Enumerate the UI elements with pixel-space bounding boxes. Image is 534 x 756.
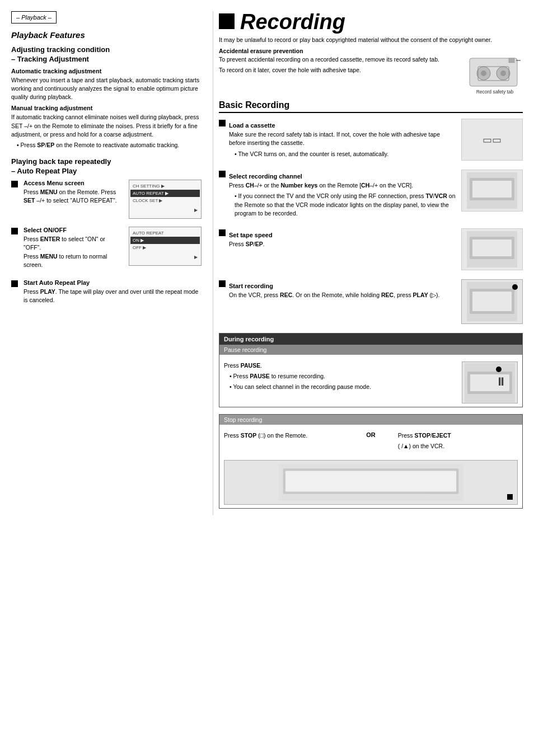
right-step4-heading: Start recording (229, 283, 457, 289)
accidental-text1: To prevent accidental recording on a rec… (219, 55, 461, 64)
right-step1-text: Make sure the record safety tab is intac… (229, 130, 457, 147)
stop-text2: Press STOP/EJECT (398, 431, 518, 440)
stop-display (224, 460, 518, 505)
pause-recording-header: Pause recording (219, 345, 522, 355)
svg-rect-16 (472, 292, 512, 311)
right-step-3: Set tape speed Press SP/EP. (219, 228, 523, 270)
manual-tracking-text: If automatic tracking cannot eliminate n… (11, 113, 202, 139)
cassette-diagram: Record safety tab (467, 55, 523, 95)
step3-text: Press PLAY. The tape will play over and … (24, 288, 202, 304)
pause-bullet1: Press PAUSE to resume recording. (229, 372, 457, 381)
stop-text3: ( /▲) on the VCR. (398, 442, 518, 450)
svg-text:⏸: ⏸ (495, 375, 507, 388)
svg-rect-23 (285, 471, 456, 491)
step1-indicator (11, 181, 18, 187)
step2-heading: Select ON/OFF (24, 227, 123, 233)
pause-text1: Press PAUSE. (224, 361, 457, 370)
tracking-heading: Adjusting tracking condition – Tracking … (11, 45, 202, 64)
playback-features-title: Playback Features (11, 30, 202, 40)
intro-text: It may be unlawful to record or play bac… (219, 36, 523, 44)
cassette-label: Record safety tab (476, 89, 514, 95)
right-step1-icon (219, 120, 226, 126)
step3-indicator (11, 280, 18, 287)
menu-diagram-1: CH SETTING ▶ AUTO REPEAT ▶ CLOCK SET ▶ ▶ (129, 180, 202, 219)
svg-rect-6 (509, 58, 514, 63)
right-step4-icon (219, 280, 226, 287)
accidental-heading: Accidental erasure prevention (219, 48, 523, 54)
channel-display (461, 170, 523, 212)
step-access-menu: Access Menu screen Press MENU on the Rem… (11, 180, 202, 219)
stop-display-svg (228, 464, 514, 501)
svg-rect-10 (472, 181, 512, 198)
menu-diagram-2: AUTO REPEAT ON ▶ OFF ▶ ▶ (129, 227, 202, 266)
manual-tracking-bullet: Press SP/EP on the Remote to reactivate … (17, 141, 202, 149)
step1-heading: Access Menu screen (24, 180, 123, 186)
auto-repeat-heading: Playing back tape repeatedly – Auto Repe… (11, 157, 202, 176)
accidental-text2: To record on it later, cover the hole wi… (219, 66, 461, 74)
step1-text: Press MENU on the Remote. Press SET –/+ … (24, 188, 123, 205)
step3-heading: Start Auto Repeat Play (24, 279, 202, 286)
right-step2-icon (219, 171, 226, 177)
stop-recording-header: Stop recording (219, 415, 522, 425)
during-recording-section: During recording Pause recording Press P… (219, 333, 523, 407)
step2-indicator (11, 228, 18, 234)
right-column: Recording It may be unlawful to record o… (213, 11, 523, 515)
right-step3-heading: Set tape speed (229, 232, 457, 238)
tape-speed-svg (467, 231, 517, 267)
right-step2-text: Press CH–/+ or the Number keys on the Re… (229, 181, 457, 190)
basic-recording-title: Basic Recording (219, 100, 523, 113)
auto-tracking-heading: Automatic tracking adjustment (11, 68, 202, 74)
right-step4-text: On the VCR, press REC. Or on the Remote,… (229, 291, 457, 299)
stop-text1: Press STOP (□) on the Remote. (224, 431, 344, 440)
right-step-2: Select recording channel Press CH–/+ or … (219, 170, 523, 219)
right-step2-heading: Select recording channel (229, 173, 457, 180)
step-start-repeat: Start Auto Repeat Play Press PLAY. The t… (11, 279, 202, 307)
auto-tracking-text: Whenever you insert a tape and start pla… (11, 76, 202, 102)
or-label: OR (366, 431, 376, 438)
step2-text: Press ENTER to select "ON" or "OFF". Pre… (24, 235, 123, 269)
playback-label: – Playback – (11, 11, 57, 24)
record-display-svg (467, 282, 517, 321)
load-cassette-display: ▭▭ (461, 119, 523, 161)
pause-display-svg: ⏸ (465, 363, 515, 402)
right-step-4: Start recording On the VCR, press REC. O… (219, 279, 523, 324)
during-recording-header: During recording (219, 334, 522, 345)
stop-recording-section: Stop recording Press STOP (□) on the Rem… (219, 414, 523, 508)
manual-tracking-heading: Manual tracking adjustment (11, 105, 202, 111)
pause-display: ⏸ (462, 361, 518, 403)
channel-display-svg (467, 172, 517, 209)
step-select-onoff: Select ON/OFF Press ENTER to select "ON"… (11, 227, 202, 271)
svg-point-2 (481, 71, 486, 76)
recording-title-block-icon (219, 13, 235, 29)
start-recording-display (461, 279, 523, 324)
tape-speed-display (461, 228, 523, 270)
pause-bullet2: You can select channel in the recording … (229, 383, 457, 391)
recording-title: Recording (240, 11, 345, 32)
right-step-1: Load a cassette Make sure the record saf… (219, 119, 523, 161)
stop-square (507, 494, 513, 500)
right-step1-heading: Load a cassette (229, 122, 457, 129)
svg-point-4 (500, 71, 506, 76)
cassette-svg (467, 55, 523, 89)
right-step2-bullet: If you connect the TV and the VCR only u… (235, 192, 457, 218)
right-step3-text: Press SP/EP. (229, 240, 457, 248)
right-step1-bullet: The VCR turns on, and the counter is res… (235, 150, 457, 158)
left-column: – Playback – Playback Features Adjusting… (11, 11, 202, 515)
svg-rect-13 (472, 240, 512, 256)
right-step3-icon (219, 229, 226, 236)
cassette-slot-icon: ▭▭ (483, 134, 502, 146)
